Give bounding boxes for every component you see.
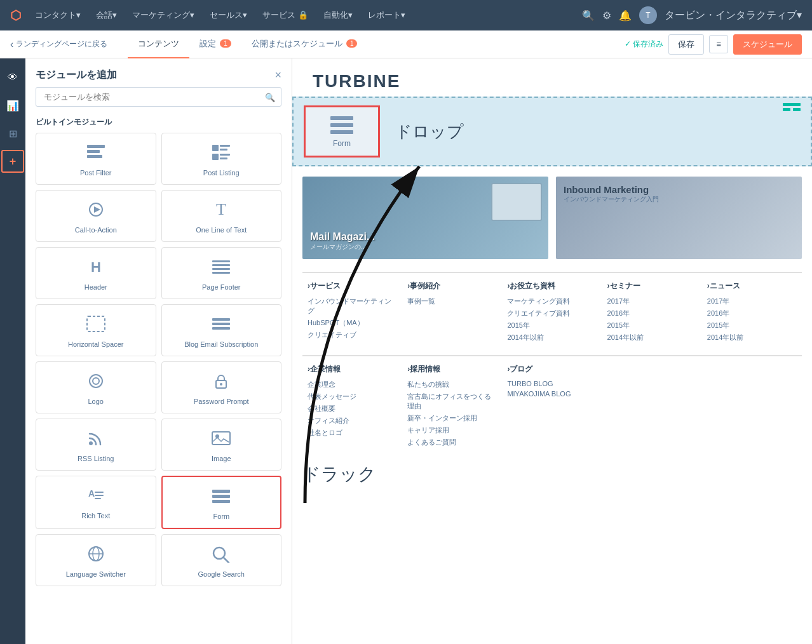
saved-indicator: ✓ 保存済み bbox=[625, 39, 663, 50]
blog-link-office[interactable]: オフィス紹介 bbox=[308, 416, 397, 426]
footer-link-news-2015[interactable]: 2015年 bbox=[707, 321, 797, 330]
blog-col-company-title: ›企業情報 bbox=[308, 364, 397, 375]
footer-link-seminar-2015[interactable]: 2015年 bbox=[607, 321, 697, 330]
nav-marketing[interactable]: マーケティング▾ bbox=[126, 0, 201, 30]
svg-rect-18 bbox=[212, 318, 230, 321]
drop-zone[interactable]: Form ドロップ bbox=[292, 97, 812, 166]
sidebar-module-icon[interactable]: ⊞ bbox=[1, 122, 24, 145]
close-button[interactable]: × bbox=[274, 69, 281, 82]
tab-publish[interactable]: 公開またはスケジュール 1 bbox=[241, 30, 368, 58]
image-subtitle-2: インバウンドマーケティング入門 bbox=[564, 195, 794, 204]
blog-link-logo[interactable]: 社名とロゴ bbox=[308, 428, 397, 438]
blog-col-recruit: ›採用情報 私たちの挑戦 宮古島にオフィスをつくる理由 新卒・インターン採用 キ… bbox=[402, 356, 502, 457]
blog-link-turbo[interactable]: TURBO BLOG bbox=[507, 380, 597, 387]
hubspot-logo[interactable]: ⬡ bbox=[10, 8, 21, 23]
module-header[interactable]: H Header bbox=[36, 247, 156, 299]
blog-email-icon bbox=[211, 315, 231, 337]
module-language[interactable]: Language Switcher bbox=[36, 534, 156, 586]
footer-link-seminar-2016[interactable]: 2016年 bbox=[607, 309, 697, 318]
nav-contacts[interactable]: コンタクト▾ bbox=[29, 0, 87, 30]
back-link[interactable]: ランディングページに戻る bbox=[10, 39, 107, 50]
module-password[interactable]: Password Prompt bbox=[161, 361, 282, 413]
module-blog-email-label: Blog Email Subscription bbox=[184, 340, 258, 348]
footer-link-resources-old[interactable]: 2014年以前 bbox=[507, 333, 597, 342]
nav-automation[interactable]: 自動化▾ bbox=[317, 0, 359, 30]
post-listing-icon bbox=[211, 144, 231, 165]
module-form[interactable]: Form bbox=[161, 476, 282, 529]
blog-link-new-intern[interactable]: 新卒・インターン採用 bbox=[407, 413, 497, 423]
menu-button[interactable]: ≡ bbox=[709, 35, 728, 53]
module-cta[interactable]: Call-to-Action bbox=[36, 190, 156, 242]
svg-rect-8 bbox=[220, 158, 227, 159]
tab-content[interactable]: コンテンツ bbox=[128, 30, 189, 58]
footer-link-marketing-material[interactable]: マーケティング資料 bbox=[507, 297, 597, 306]
nav-service[interactable]: サービス 🔒 bbox=[256, 0, 315, 30]
footer-link-creative[interactable]: クリエイティブ bbox=[308, 330, 397, 340]
module-image[interactable]: Image bbox=[161, 419, 282, 471]
footer-col-service-title: ›サービス bbox=[308, 281, 397, 292]
add-module-button[interactable]: + bbox=[1, 150, 24, 173]
blog-link-message[interactable]: 代表メッセージ bbox=[308, 392, 397, 401]
drag-annotation: ドラック bbox=[292, 457, 812, 497]
module-spacer[interactable]: Horizontal Spacer bbox=[36, 304, 156, 356]
search-icon[interactable]: 🔍 bbox=[582, 10, 595, 22]
blog-link-faq[interactable]: よくあるご質問 bbox=[407, 438, 497, 447]
module-blog-email[interactable]: Blog Email Subscription bbox=[161, 304, 282, 356]
svg-text:T: T bbox=[216, 201, 226, 218]
settings-badge: 1 bbox=[220, 39, 231, 48]
module-logo[interactable]: Logo bbox=[36, 361, 156, 413]
blog-link-challenge[interactable]: 私たちの挑戦 bbox=[407, 380, 497, 389]
user-label[interactable]: タービン・インタラクティブ▾ bbox=[665, 9, 802, 22]
notifications-icon[interactable]: 🔔 bbox=[619, 10, 632, 22]
module-form-label: Form bbox=[213, 513, 229, 520]
schedule-button[interactable]: スケジュール bbox=[733, 34, 802, 55]
svg-rect-32 bbox=[212, 490, 230, 493]
blog-link-philosophy[interactable]: 企業理念 bbox=[308, 380, 397, 389]
footer-link-creative-material[interactable]: クリエイティブ資料 bbox=[507, 309, 597, 318]
sec-tabs: コンテンツ 設定 1 公開またはスケジュール 1 bbox=[128, 30, 625, 58]
footer-link-hubspot[interactable]: HubSPOT（MA） bbox=[308, 318, 397, 328]
footer-link-seminar-old[interactable]: 2014年以前 bbox=[607, 333, 697, 342]
module-spacer-label: Horizontal Spacer bbox=[68, 340, 123, 348]
module-rich-text[interactable]: A Rich Text bbox=[36, 476, 156, 529]
blog-col-empty-1 bbox=[602, 356, 702, 457]
search-input[interactable] bbox=[36, 87, 281, 107]
module-page-footer[interactable]: Page Footer bbox=[161, 247, 282, 299]
footer-link-inbound[interactable]: インバウンドマーケティング bbox=[308, 297, 397, 316]
module-post-listing[interactable]: Post Listing bbox=[161, 133, 282, 185]
spacer-icon bbox=[86, 315, 106, 337]
blog-link-overview[interactable]: 会社概要 bbox=[308, 404, 397, 413]
footer-link-resources-2015[interactable]: 2015年 bbox=[507, 321, 597, 330]
image-inbound: Inbound Marketing インバウンドマーケティング入門 bbox=[556, 177, 802, 259]
sidebar-chart-icon[interactable]: 📊 bbox=[1, 94, 24, 117]
blog-link-career[interactable]: キャリア採用 bbox=[407, 426, 497, 435]
save-button[interactable]: 保存 bbox=[668, 34, 704, 55]
settings-icon[interactable]: ⚙ bbox=[602, 10, 611, 22]
blog-link-miyakojima[interactable]: 宮古島にオフィスをつくる理由 bbox=[407, 392, 497, 411]
svg-rect-1 bbox=[87, 150, 100, 153]
module-post-listing-label: Post Listing bbox=[203, 169, 240, 177]
form-drop-label: Form bbox=[333, 139, 351, 148]
image-subtitle-1: メールマガジンの... bbox=[310, 243, 541, 252]
footer-link-seminar-2017[interactable]: 2017年 bbox=[607, 297, 697, 306]
nav-conversations[interactable]: 会話▾ bbox=[90, 0, 123, 30]
footer-link-case-list[interactable]: 事例一覧 bbox=[407, 297, 497, 306]
module-panel: モジュールを追加 × 🔍 ビルトインモジュール Post Filter Post… bbox=[25, 58, 292, 644]
footer-link-news-old[interactable]: 2014年以前 bbox=[707, 333, 797, 342]
sidebar-eye-icon[interactable]: 👁 bbox=[1, 66, 24, 89]
svg-point-22 bbox=[93, 378, 99, 384]
svg-rect-33 bbox=[212, 495, 230, 498]
blog-link-miyakojima-blog[interactable]: MIYAKOJIMA BLOG bbox=[507, 390, 597, 398]
page-title-bar: TURBINE bbox=[292, 58, 812, 91]
module-password-label: Password Prompt bbox=[194, 398, 249, 405]
footer-link-news-2016[interactable]: 2016年 bbox=[707, 309, 797, 318]
module-rss[interactable]: RSS Listing bbox=[36, 419, 156, 471]
nav-sales[interactable]: セールス▾ bbox=[203, 0, 254, 30]
svg-rect-0 bbox=[87, 145, 105, 148]
module-one-line[interactable]: T One Line of Text bbox=[161, 190, 282, 242]
tab-settings[interactable]: 設定 1 bbox=[189, 30, 241, 58]
nav-reports[interactable]: レポート▾ bbox=[362, 0, 412, 30]
module-post-filter[interactable]: Post Filter bbox=[36, 133, 156, 185]
footer-link-news-2017[interactable]: 2017年 bbox=[707, 297, 797, 306]
module-google-search[interactable]: Google Search bbox=[161, 534, 282, 586]
